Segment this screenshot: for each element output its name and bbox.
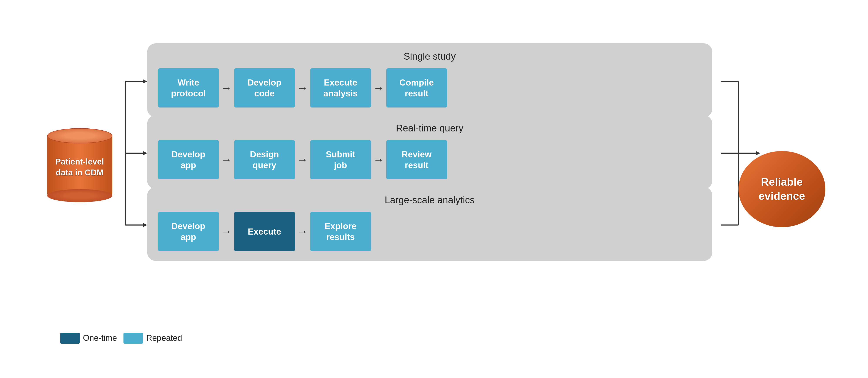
legend-item-onetime: One-time — [60, 333, 117, 344]
step-develop-code: Develop code — [234, 68, 295, 108]
step-execute-analysis: Execute analysis — [310, 68, 371, 108]
step-develop-app-rtq: Develop app — [158, 140, 219, 179]
row-ls-steps: Develop app → Execute → Explore results — [158, 212, 702, 251]
row-rtq-title: Real-time query — [158, 123, 702, 134]
arrow-1-2: → — [295, 82, 310, 94]
step-execute: Execute — [234, 212, 295, 251]
svg-marker-5 — [143, 151, 147, 155]
row-large-scale: Large-scale analytics Develop app → Exec… — [147, 187, 712, 261]
legend-box-repeated — [123, 333, 143, 344]
svg-marker-6 — [143, 223, 147, 227]
row-rtq-steps: Develop app → Design query → Submit job … — [158, 140, 702, 179]
evidence-ellipse: Reliable evidence — [725, 151, 826, 227]
arrow-1-3: → — [371, 82, 386, 94]
arrow-3-2: → — [295, 225, 310, 238]
step-write-protocol: Write protocol — [158, 68, 219, 108]
step-compile-result: Compile result — [386, 68, 447, 108]
step-design-query: Design query — [234, 140, 295, 179]
row-real-time-query: Real-time query Develop app → Design que… — [147, 115, 712, 189]
row-ls-title: Large-scale analytics — [158, 195, 702, 205]
legend-label-repeated: Repeated — [146, 333, 182, 343]
row-single-study-steps: Write protocol → Develop code → Execute … — [158, 68, 702, 108]
svg-marker-4 — [143, 79, 147, 84]
step-explore-results: Explore results — [310, 212, 371, 251]
diagram-container: Patient-level data in CDM Single study W… — [21, 15, 847, 363]
row-single-study-title: Single study — [158, 51, 702, 62]
step-develop-app-ls: Develop app — [158, 212, 219, 251]
legend-label-onetime: One-time — [83, 333, 117, 343]
legend: One-time Repeated — [60, 333, 182, 344]
step-review-result: Review result — [386, 140, 447, 179]
arrow-2-1: → — [219, 153, 234, 166]
legend-item-repeated: Repeated — [123, 333, 182, 344]
arrow-2-3: → — [371, 153, 386, 166]
arrow-2-2: → — [295, 153, 310, 166]
arrow-3-1: → — [219, 225, 234, 238]
database-cylinder: Patient-level data in CDM — [43, 124, 130, 206]
arrow-1-1: → — [219, 82, 234, 94]
db-label: Patient-level data in CDM — [43, 124, 117, 206]
legend-box-onetime — [60, 333, 80, 344]
row-single-study: Single study Write protocol → Develop co… — [147, 43, 712, 117]
step-submit-job: Submit job — [310, 140, 371, 179]
